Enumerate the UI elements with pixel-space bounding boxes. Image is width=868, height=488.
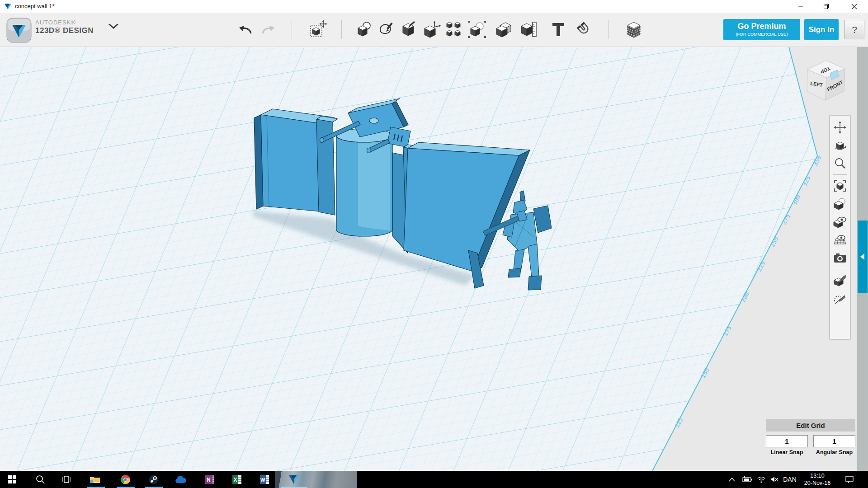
onedrive-icon[interactable] <box>170 471 191 488</box>
toolbar-separator <box>608 20 609 39</box>
sketch-tool[interactable] <box>377 19 396 39</box>
go-premium-button[interactable]: Go Premium (FOR COMMERCIAL USE) <box>723 19 800 40</box>
clock[interactable]: 13:10 20-Nov-16 <box>800 472 835 487</box>
sign-in-label: Sign In <box>809 25 835 34</box>
word-icon[interactable]: W <box>254 471 275 488</box>
date: 20-Nov-16 <box>800 479 835 487</box>
combine-tool[interactable] <box>494 19 514 39</box>
angular-snap-input[interactable] <box>813 435 855 447</box>
hide-solids-tool[interactable] <box>832 213 848 231</box>
svg-text:X: X <box>234 477 237 483</box>
screenshot-tool[interactable] <box>832 249 848 267</box>
grid-visibility-tool[interactable] <box>832 231 848 249</box>
steam-icon[interactable] <box>143 471 164 488</box>
search-icon[interactable] <box>30 471 51 488</box>
window-title: concept wall 1* <box>15 3 54 9</box>
fit-view-tool[interactable] <box>832 177 848 195</box>
zoom-tool[interactable] <box>832 155 848 173</box>
chrome-icon[interactable] <box>115 471 136 488</box>
shaded-view-tool[interactable] <box>832 195 848 213</box>
go-premium-sublabel: (FOR COMMERCIAL USE) <box>723 32 800 37</box>
transform-move-tool[interactable] <box>308 19 328 39</box>
palette-separator <box>833 174 847 175</box>
brand-autodesk: AUTODESK® <box>35 19 94 26</box>
scene-3d[interactable]: 350 325 300 275 250 225 200 175 150 125 <box>0 47 868 471</box>
undo-button[interactable] <box>235 19 255 39</box>
linear-snap-label: Linear Snap <box>766 449 808 455</box>
text-tool[interactable] <box>548 19 568 39</box>
measure-tool[interactable] <box>519 19 539 39</box>
time: 13:10 <box>800 472 835 479</box>
minimize-button[interactable] <box>790 0 811 13</box>
svg-text:N: N <box>207 477 211 483</box>
toolbar-separator <box>292 20 292 39</box>
wifi-icon[interactable] <box>754 471 769 488</box>
pattern-tool[interactable] <box>444 19 464 39</box>
viewport-canvas[interactable]: 350 325 300 275 250 225 200 175 150 125 <box>0 47 868 471</box>
3d-print-button[interactable] <box>624 19 644 39</box>
brand-text: AUTODESK® 123D® DESIGN <box>35 19 94 35</box>
task-view-button[interactable] <box>56 471 77 488</box>
file-explorer-icon[interactable] <box>85 471 105 488</box>
material-tool[interactable] <box>832 271 848 289</box>
123d-design-app-button[interactable] <box>283 471 304 488</box>
action-center-icon[interactable] <box>839 471 860 488</box>
panel-expand-handle[interactable] <box>858 221 868 293</box>
battery-icon[interactable] <box>740 471 755 488</box>
construct-tool[interactable] <box>422 19 442 39</box>
restore-button[interactable] <box>816 0 836 13</box>
toolbar-separator <box>341 20 342 39</box>
snap-tool[interactable] <box>574 19 594 39</box>
modify-tool[interactable] <box>399 19 419 39</box>
help-label: ? <box>852 24 857 35</box>
start-button[interactable] <box>2 471 23 488</box>
close-button[interactable] <box>844 0 864 13</box>
app-logo[interactable] <box>6 18 32 43</box>
edit-sketch-tool[interactable] <box>832 289 848 307</box>
main-toolbar: AUTODESK® 123D® DESIGN <box>0 13 868 47</box>
language-indicator[interactable]: DAN <box>780 471 800 488</box>
view-cube[interactable]: TOP LEFT FRONT <box>801 53 851 108</box>
chevron-down-icon[interactable] <box>108 23 118 29</box>
windows-taskbar: N X W <box>0 471 868 488</box>
view-tools-palette <box>829 115 851 340</box>
svg-text:W: W <box>260 477 265 483</box>
redo-button[interactable] <box>259 19 278 39</box>
linear-snap-input[interactable] <box>766 435 808 447</box>
go-premium-label: Go Premium <box>723 22 800 31</box>
title-bar: concept wall 1* <box>0 0 868 13</box>
angular-snap-label: Angular Snap <box>813 449 855 455</box>
excel-icon[interactable]: X <box>226 471 247 488</box>
sign-in-button[interactable]: Sign In <box>804 19 839 40</box>
onenote-icon[interactable]: N <box>199 471 220 488</box>
autodesk-123d-logo-icon <box>4 3 12 10</box>
edit-grid-panel: Edit Grid Linear Snap Angular Snap <box>766 419 855 455</box>
edit-grid-button[interactable]: Edit Grid <box>766 419 855 432</box>
group-tool[interactable] <box>467 19 487 39</box>
palette-separator <box>833 269 847 269</box>
orbit-tool[interactable] <box>832 136 848 155</box>
help-button[interactable]: ? <box>844 20 864 39</box>
primitives-tool[interactable] <box>354 19 374 39</box>
pan-tool[interactable] <box>832 118 848 136</box>
brand-123d-design: 123D® DESIGN <box>35 26 94 35</box>
volume-muted-icon[interactable] <box>768 471 781 488</box>
chevron-up-icon[interactable] <box>724 471 740 488</box>
